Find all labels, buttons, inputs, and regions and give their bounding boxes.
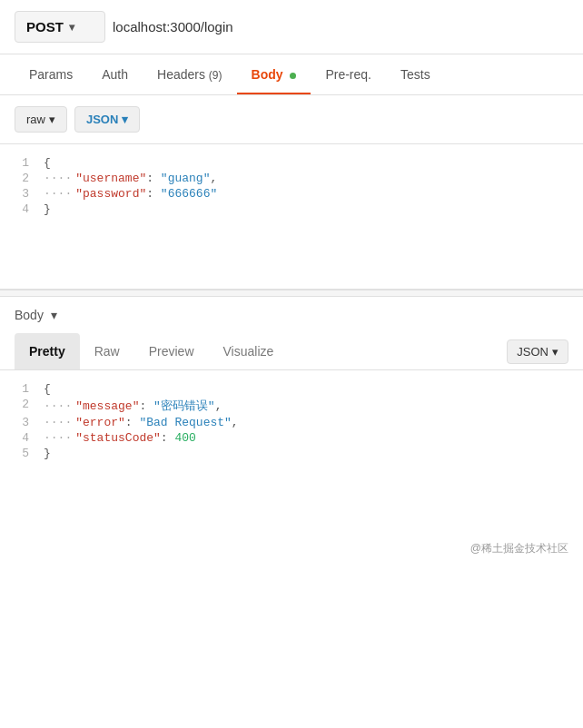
- req-line-2: 2 ····"username": "guang",: [0, 171, 583, 186]
- method-selector[interactable]: POST ▾: [15, 11, 105, 43]
- line-number: 4: [0, 202, 44, 216]
- tab-body[interactable]: Body: [237, 54, 311, 94]
- tab-headers[interactable]: Headers (9): [143, 54, 236, 94]
- request-tabs: Params Auth Headers (9) Body Pre-req. Te…: [0, 54, 583, 95]
- response-body-editor: 1 { 2 ····"message": "密码错误", 3 ····"erro…: [0, 370, 583, 534]
- method-label: POST: [26, 19, 64, 34]
- resp-line-5: 5 }: [0, 446, 583, 461]
- line-number: 3: [0, 187, 44, 201]
- raw-button[interactable]: raw ▾: [15, 106, 67, 133]
- body-toolbar: raw ▾ JSON ▾: [0, 95, 583, 144]
- resp-line-4: 4 ····"statusCode": 400: [0, 430, 583, 446]
- section-divider: [0, 290, 583, 297]
- resp-tab-raw[interactable]: Raw: [80, 333, 134, 369]
- tab-prereq[interactable]: Pre-req.: [311, 54, 386, 94]
- request-body-editor[interactable]: 1 { 2 ····"username": "guang", 3 ····"pa…: [0, 144, 583, 290]
- method-chevron-icon: ▾: [69, 21, 74, 34]
- format-chevron-icon: ▾: [552, 345, 558, 359]
- line-content: ····"error": "Bad Request",: [44, 416, 239, 429]
- tab-auth[interactable]: Auth: [87, 54, 143, 94]
- raw-chevron-icon: ▾: [49, 113, 55, 126]
- line-number: 1: [0, 382, 44, 396]
- req-line-4: 4 }: [0, 202, 583, 217]
- line-number: 5: [0, 447, 44, 460]
- line-content: ····"password": "666666": [44, 187, 217, 201]
- tab-params[interactable]: Params: [15, 54, 87, 94]
- headers-badge: (9): [209, 69, 222, 82]
- line-content: ····"username": "guang",: [44, 172, 217, 185]
- line-number: 2: [0, 398, 44, 411]
- line-content: }: [44, 202, 51, 216]
- line-content: {: [44, 382, 51, 396]
- response-format-selector[interactable]: JSON ▾: [507, 339, 568, 364]
- url-bar: POST ▾: [0, 0, 583, 54]
- watermark: @稀土掘金技术社区: [0, 534, 583, 564]
- response-label: Body: [15, 308, 44, 322]
- json-chevron-icon: ▾: [122, 113, 128, 126]
- url-input[interactable]: [113, 15, 568, 38]
- json-format-button[interactable]: JSON ▾: [74, 106, 140, 133]
- line-content: ····"statusCode": 400: [44, 431, 196, 445]
- resp-tab-visualize[interactable]: Visualize: [209, 333, 289, 369]
- req-line-3: 3 ····"password": "666666": [0, 186, 583, 202]
- line-number: 1: [0, 156, 44, 170]
- line-content: ····"message": "密码错误",: [44, 398, 222, 414]
- resp-line-1: 1 {: [0, 381, 583, 397]
- line-number: 2: [0, 172, 44, 185]
- line-content: {: [44, 156, 51, 170]
- resp-line-3: 3 ····"error": "Bad Request",: [0, 415, 583, 430]
- resp-tab-pretty[interactable]: Pretty: [15, 333, 80, 369]
- tab-tests[interactable]: Tests: [386, 54, 445, 94]
- req-line-1: 1 {: [0, 155, 583, 171]
- response-section-header[interactable]: Body ▾: [0, 297, 583, 333]
- line-number: 3: [0, 416, 44, 429]
- line-number: 4: [0, 431, 44, 445]
- response-tabs: Pretty Raw Preview Visualize JSON ▾: [0, 333, 583, 370]
- response-chevron-icon: ▾: [51, 308, 57, 322]
- resp-line-2: 2 ····"message": "密码错误",: [0, 397, 583, 415]
- resp-tab-preview[interactable]: Preview: [134, 333, 209, 369]
- line-content: }: [44, 447, 51, 460]
- body-active-dot: [290, 73, 296, 79]
